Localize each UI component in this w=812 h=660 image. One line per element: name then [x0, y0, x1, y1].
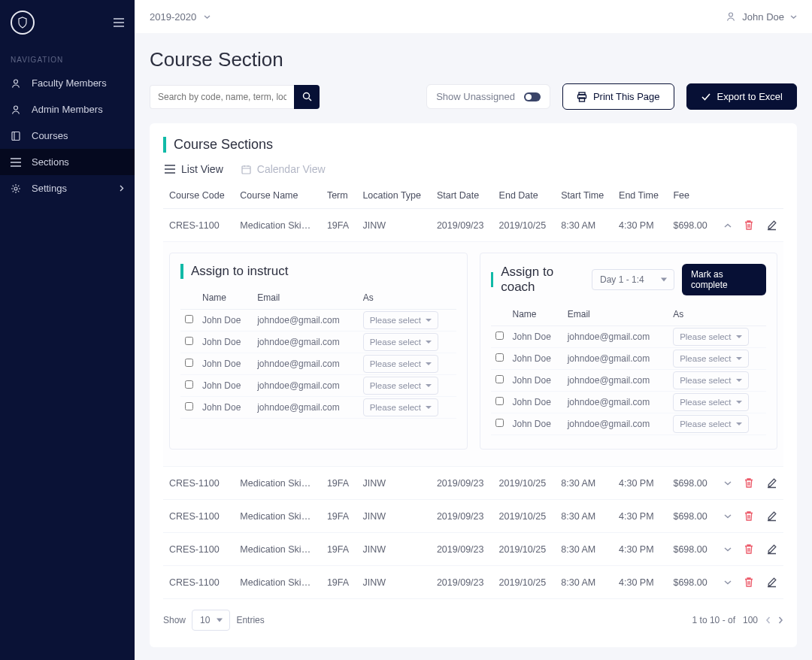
assign-checkbox[interactable] [495, 353, 504, 362]
assign-checkbox[interactable] [495, 375, 504, 383]
row-expand-toggle[interactable] [724, 547, 732, 552]
assign-role-select[interactable]: Please select [363, 311, 438, 329]
assign-email: johndoe@gmail.com [563, 370, 668, 392]
th-start-time[interactable]: Start Time [555, 183, 613, 209]
cell-location: JINW [356, 533, 431, 566]
row-delete-button[interactable] [744, 543, 754, 555]
th-name: Name [198, 286, 253, 310]
row-expand-toggle[interactable] [724, 481, 732, 486]
tab-list-view[interactable]: List View [165, 163, 223, 175]
assign-checkbox[interactable] [185, 315, 193, 323]
assign-checkbox[interactable] [185, 402, 193, 410]
search-icon [302, 92, 312, 101]
cell-name: Medication Ski… [234, 500, 321, 533]
assign-checkbox[interactable] [185, 337, 193, 345]
assign-email: johndoe@gmail.com [253, 353, 358, 375]
cell-end_time: 4:30 PM [613, 500, 667, 533]
assign-role-select[interactable]: Please select [363, 333, 438, 351]
user-menu[interactable]: John Doe [726, 11, 797, 23]
th-start-date[interactable]: Start Date [431, 183, 493, 209]
cell-start_date: 2019/09/23 [431, 566, 493, 599]
pagination-summary-prefix: 1 to 10 - of [692, 615, 735, 625]
assign-checkbox[interactable] [495, 332, 504, 340]
print-page-button[interactable]: Print This Page [562, 83, 674, 110]
tab-calendar-view[interactable]: Calendar View [241, 163, 326, 175]
sidebar-item-settings[interactable]: Settings [0, 175, 135, 201]
sidebar-item-faculty-members[interactable]: Faculty Members [0, 70, 135, 96]
nav-collapse-button[interactable] [114, 18, 124, 27]
chevron-right-icon [120, 185, 124, 192]
cell-name: Medication Ski… [234, 209, 321, 242]
row-expand-toggle[interactable] [724, 223, 732, 228]
row-edit-button[interactable] [766, 510, 777, 522]
cell-code: CRES-1100 [163, 467, 234, 500]
th-code[interactable]: Course Code [163, 183, 234, 209]
sidebar-item-admin-members[interactable]: Admin Members [0, 96, 135, 123]
assign-role-select[interactable]: Please select [673, 393, 748, 411]
page-size-control: Show 10 Entries [163, 610, 265, 631]
cell-code: CRES-1100 [163, 566, 234, 599]
row-delete-button[interactable] [744, 577, 754, 588]
assign-row: John Doejohndoe@gmail.comPlease select [180, 353, 456, 375]
assign-role-select[interactable]: Please select [673, 371, 748, 389]
assign-email: johndoe@gmail.com [563, 392, 668, 413]
row-expand-toggle[interactable] [724, 580, 732, 585]
show-unassigned-toggle[interactable]: Show Unassigned [426, 84, 550, 109]
row-edit-button[interactable] [766, 477, 777, 489]
assign-checkbox[interactable] [185, 380, 193, 389]
cell-term: 19FA [321, 467, 357, 500]
assign-role-select[interactable]: Please select [363, 377, 438, 395]
assign-role-select[interactable]: Please select [673, 328, 748, 346]
assign-role-select[interactable]: Please select [673, 350, 748, 368]
row-edit-button[interactable] [766, 543, 777, 555]
th-end-date[interactable]: End Date [493, 183, 556, 209]
tab-list-label: List View [181, 163, 223, 175]
day-selector[interactable]: Day 1 - 1:4 [592, 269, 674, 290]
th-name[interactable]: Course Name [234, 183, 321, 209]
sidebar-item-courses[interactable]: Courses [0, 123, 135, 149]
assign-instruct-panel: Assign to instructNameEmailAsJohn Doejoh… [169, 253, 468, 450]
th-location[interactable]: Location Type [356, 183, 431, 209]
row-edit-button[interactable] [766, 577, 777, 588]
assign-header-row: NameEmailAs [180, 286, 456, 310]
print-label: Print This Page [593, 91, 660, 102]
th-end-time[interactable]: End Time [613, 183, 667, 209]
row-expand-toggle[interactable] [724, 514, 732, 519]
cell-start_date: 2019/09/23 [431, 209, 493, 242]
sidebar-item-sections[interactable]: Sections [0, 149, 135, 175]
assign-role-select[interactable]: Please select [363, 355, 438, 373]
assign-name: John Doe [508, 326, 563, 348]
list-icon [11, 157, 21, 168]
user-icon [726, 11, 736, 22]
year-selector[interactable]: 2019-2020 [150, 11, 211, 23]
search-input[interactable] [150, 85, 294, 109]
assign-checkbox[interactable] [495, 419, 504, 427]
assign-checkbox[interactable] [185, 359, 193, 367]
row-delete-button[interactable] [744, 477, 754, 489]
cell-end_date: 2019/10/25 [493, 500, 556, 533]
assign-checkbox[interactable] [495, 397, 504, 405]
svg-point-4 [729, 13, 733, 17]
cell-start_time: 8:30 AM [555, 467, 613, 500]
export-excel-button[interactable]: Export to Excel [686, 83, 797, 110]
search-button[interactable] [294, 85, 320, 109]
assign-role-select[interactable]: Please select [673, 415, 748, 433]
tab-calendar-label: Calendar View [257, 163, 326, 175]
row-edit-button[interactable] [766, 219, 777, 231]
nav-heading: NAVIGATION [0, 45, 135, 70]
sidebar-top [0, 0, 135, 45]
assign-coach-panel: Assign to coachDay 1 - 1:4Mark as comple… [480, 253, 778, 450]
page-size-select[interactable]: 10 [192, 610, 230, 631]
assign-role-select[interactable]: Please select [363, 398, 438, 416]
th-term[interactable]: Term [321, 183, 357, 209]
sections-table: Course Code Course Name Term Location Ty… [163, 183, 783, 599]
assign-table: NameEmailAsJohn Doejohndoe@gmail.comPlea… [180, 286, 456, 419]
th-fee[interactable]: Fee [667, 183, 716, 209]
pagination-prev[interactable] [765, 616, 771, 624]
pagination-next[interactable] [778, 616, 783, 624]
logo [11, 11, 35, 35]
row-delete-button[interactable] [744, 219, 754, 231]
view-tabs: List View Calendar View [163, 163, 783, 175]
mark-complete-button[interactable]: Mark as complete [682, 264, 766, 295]
row-delete-button[interactable] [744, 510, 754, 522]
